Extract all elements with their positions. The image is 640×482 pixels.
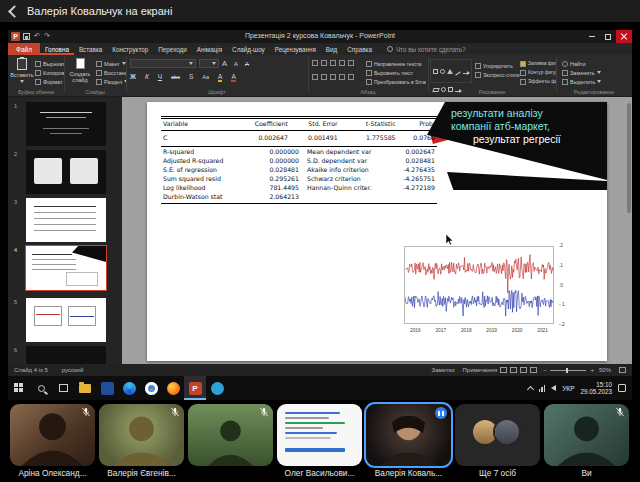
numbering-icon[interactable] bbox=[321, 60, 327, 66]
line-spacing-icon[interactable] bbox=[348, 60, 354, 66]
telegram-icon[interactable] bbox=[206, 376, 228, 400]
select-button[interactable]: Выделить bbox=[562, 77, 628, 86]
tab-review[interactable]: Рецензування bbox=[270, 43, 321, 55]
active-speaker-tile[interactable] bbox=[366, 404, 451, 466]
tab-design[interactable]: Конструктор bbox=[107, 43, 153, 55]
powerpoint-taskbar-icon[interactable]: P bbox=[184, 376, 206, 400]
keyboard-language[interactable]: УКР bbox=[562, 385, 574, 392]
slide-thumbnail-3[interactable] bbox=[26, 198, 106, 242]
participant-tile[interactable] bbox=[99, 404, 184, 466]
indent-decrease-icon[interactable] bbox=[330, 60, 336, 66]
section-button[interactable]: Раздел bbox=[96, 77, 126, 86]
reading-view-icon[interactable] bbox=[520, 367, 527, 373]
zoom-in-button[interactable]: + bbox=[590, 367, 594, 373]
file-explorer-icon[interactable] bbox=[74, 376, 96, 400]
fit-slide-icon[interactable] bbox=[619, 367, 626, 373]
bold-button[interactable]: Ж bbox=[130, 73, 136, 80]
slide-4[interactable]: результати аналізу компанії атб-маркет, … bbox=[147, 102, 607, 361]
slide-thumbnail-4-selected[interactable] bbox=[26, 246, 106, 290]
minimize-button[interactable] bbox=[584, 30, 600, 43]
align-right-icon[interactable] bbox=[330, 74, 336, 80]
tab-insert[interactable]: Вставка bbox=[74, 43, 107, 55]
slide-thumbnail-1[interactable] bbox=[26, 102, 106, 146]
align-left-icon[interactable] bbox=[312, 74, 318, 80]
overflow-participants-tile[interactable] bbox=[455, 404, 540, 466]
cut-button[interactable]: Вырезать bbox=[35, 59, 64, 68]
text-direction-button[interactable]: Направление текста bbox=[366, 59, 426, 68]
slide-thumbnail-2[interactable] bbox=[26, 150, 106, 194]
participant-tile[interactable] bbox=[10, 404, 95, 466]
maximize-button[interactable] bbox=[600, 30, 616, 43]
tab-transitions[interactable]: Переходи bbox=[153, 43, 192, 55]
align-center-icon[interactable] bbox=[321, 74, 327, 80]
indent-increase-icon[interactable] bbox=[339, 60, 345, 66]
shrink-font-button[interactable]: A bbox=[234, 61, 238, 67]
clock[interactable]: 15:10 29.05.2023 bbox=[580, 381, 612, 396]
font-size-box[interactable] bbox=[199, 59, 219, 68]
tab-help[interactable]: Справка bbox=[342, 43, 377, 55]
mail-icon[interactable] bbox=[96, 376, 118, 400]
tell-me-search[interactable]: Что вы хотите сделать? bbox=[387, 46, 466, 53]
slide-thumbnail-6[interactable] bbox=[26, 346, 106, 364]
zoom-percent[interactable]: 50% bbox=[599, 367, 611, 373]
copy-button[interactable]: Копировать bbox=[35, 68, 64, 77]
columns-icon[interactable] bbox=[348, 74, 354, 80]
smartart-button[interactable]: Преобразовать в SmartArt bbox=[366, 77, 426, 86]
font-name-box[interactable] bbox=[130, 59, 196, 68]
strikethrough-button[interactable]: abc bbox=[171, 74, 180, 80]
start-button[interactable] bbox=[8, 376, 30, 400]
font-color-button[interactable]: А bbox=[231, 73, 235, 80]
tab-file[interactable]: Файл bbox=[8, 43, 40, 55]
find-button[interactable]: Найти bbox=[562, 59, 628, 68]
slide-sorter-view-icon[interactable] bbox=[510, 367, 517, 373]
action-center-icon[interactable] bbox=[618, 384, 626, 392]
notes-button[interactable]: Заметки bbox=[432, 367, 455, 373]
search-icon[interactable] bbox=[30, 376, 52, 400]
tab-slideshow[interactable]: Слайд-шоу bbox=[227, 43, 270, 55]
shape-effects-button[interactable]: Эффекты фигур bbox=[520, 77, 556, 86]
slideshow-view-icon[interactable] bbox=[530, 367, 537, 373]
grow-font-button[interactable]: A bbox=[222, 59, 227, 68]
quick-styles-button[interactable]: Экспресс-стили bbox=[475, 70, 525, 79]
participant-tile[interactable] bbox=[188, 404, 273, 466]
align-text-button[interactable]: Выровнять текст bbox=[366, 68, 426, 77]
chrome-icon[interactable] bbox=[140, 376, 162, 400]
slide-thumbnail-5[interactable] bbox=[26, 298, 106, 342]
edge-icon[interactable] bbox=[118, 376, 140, 400]
text-shadow-button[interactable]: S bbox=[189, 73, 193, 80]
tab-home[interactable]: Головна bbox=[40, 43, 74, 55]
change-case-button[interactable]: Аа bbox=[202, 74, 209, 80]
shape-fill-button[interactable]: Заливка фигуры bbox=[520, 59, 556, 68]
replace-button[interactable]: Заменить bbox=[562, 68, 628, 77]
justify-icon[interactable] bbox=[339, 74, 345, 80]
layout-button[interactable]: Макет bbox=[96, 59, 126, 68]
reset-button[interactable]: Восстановить bbox=[96, 68, 126, 77]
back-icon[interactable] bbox=[8, 5, 21, 18]
task-view-icon[interactable] bbox=[52, 376, 74, 400]
paste-button[interactable]: Вставить bbox=[10, 58, 34, 83]
arrange-button[interactable]: Упорядочить bbox=[475, 61, 525, 70]
italic-button[interactable]: К bbox=[145, 73, 149, 80]
new-slide-button[interactable]: Создать слайд bbox=[66, 58, 94, 83]
language-indicator[interactable]: русский bbox=[62, 367, 84, 373]
tab-view[interactable]: Вид bbox=[321, 43, 342, 55]
bullets-icon[interactable] bbox=[312, 60, 318, 66]
zoom-out-button[interactable]: – bbox=[543, 367, 546, 373]
canvas-scrollbar[interactable] bbox=[627, 103, 631, 213]
firefox-icon[interactable] bbox=[162, 376, 184, 400]
highlight-color-button[interactable]: А bbox=[218, 73, 222, 80]
clear-format-button[interactable]: A bbox=[245, 61, 249, 67]
tab-animations[interactable]: Анімація bbox=[192, 43, 227, 55]
underline-button[interactable]: Ч bbox=[158, 73, 162, 80]
comments-button[interactable]: Примечания bbox=[462, 367, 497, 373]
zoom-slider[interactable] bbox=[550, 370, 586, 371]
close-button[interactable] bbox=[616, 30, 632, 43]
self-view-tile[interactable] bbox=[544, 404, 629, 466]
screen-share-tile[interactable] bbox=[277, 404, 362, 466]
volume-icon[interactable] bbox=[551, 385, 556, 391]
network-icon[interactable] bbox=[539, 385, 546, 392]
format-painter-button[interactable]: Формат по образцу bbox=[35, 77, 64, 86]
shapes-gallery[interactable] bbox=[430, 59, 472, 83]
tray-expand-icon[interactable] bbox=[527, 385, 534, 392]
normal-view-icon[interactable] bbox=[500, 367, 507, 373]
